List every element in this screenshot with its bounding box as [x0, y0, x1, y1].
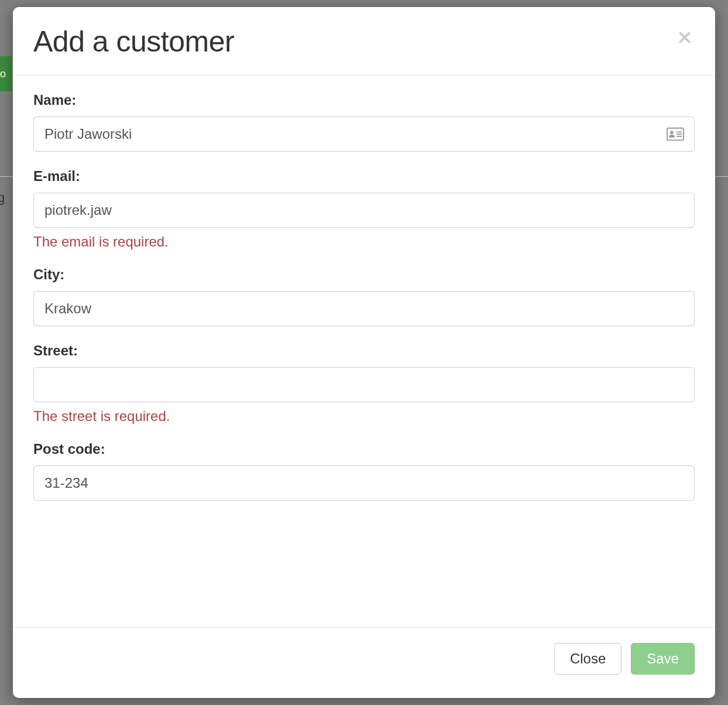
background-text-fragment: g [0, 190, 5, 206]
label-city: City: [33, 266, 695, 283]
modal-body: Name: E-mail: The email is re [13, 76, 715, 627]
form-group-city: City: [33, 266, 695, 326]
form-group-street: Street: The street is required. [33, 343, 695, 425]
label-name: Name: [33, 92, 695, 108]
postcode-input[interactable] [33, 466, 695, 501]
bg-text: o [0, 68, 6, 80]
name-input[interactable] [33, 117, 695, 152]
close-button[interactable]: Close [554, 643, 621, 675]
svg-rect-6 [677, 136, 682, 137]
street-error: The street is required. [33, 408, 695, 425]
background-nav-fragment: o [0, 56, 12, 91]
svg-rect-5 [677, 134, 682, 135]
close-icon [677, 30, 692, 45]
add-customer-modal: Add a customer Name: [13, 7, 715, 698]
street-input[interactable] [33, 367, 695, 402]
contact-card-icon [667, 126, 684, 142]
modal-footer: Close Save [13, 627, 715, 698]
label-email: E-mail: [33, 168, 695, 184]
city-input[interactable] [33, 291, 695, 326]
svg-rect-4 [677, 131, 682, 132]
input-wrap-name [33, 117, 695, 152]
save-button[interactable]: Save [631, 643, 695, 675]
label-street: Street: [33, 343, 695, 359]
modal-title: Add a customer [33, 25, 695, 59]
form-group-postcode: Post code: [33, 441, 695, 501]
modal-header: Add a customer [13, 7, 715, 76]
svg-point-3 [670, 131, 674, 134]
close-icon-button[interactable] [675, 28, 695, 47]
email-input[interactable] [33, 193, 695, 228]
form-group-name: Name: [33, 92, 695, 152]
label-postcode: Post code: [33, 441, 695, 457]
form-group-email: E-mail: The email is required. [33, 168, 695, 250]
email-error: The email is required. [33, 234, 695, 250]
